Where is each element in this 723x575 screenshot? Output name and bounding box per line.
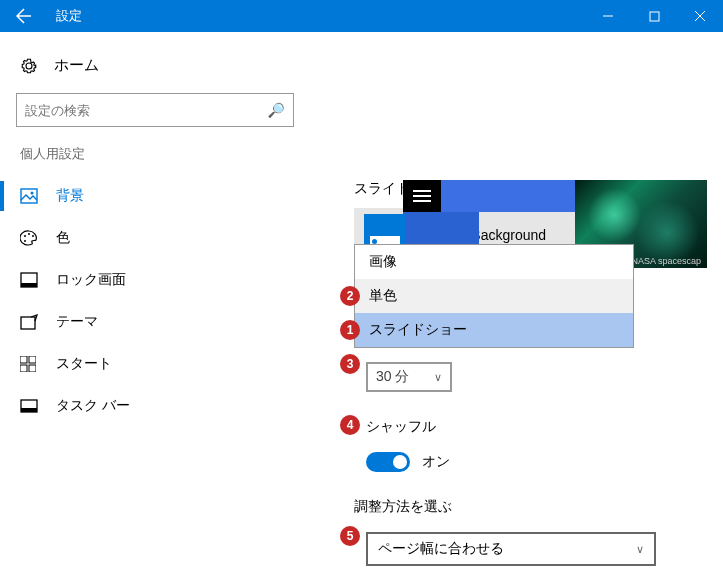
- svg-point-5: [32, 235, 34, 237]
- palette-icon: [20, 230, 38, 246]
- gear-icon: [20, 57, 38, 75]
- interval-value: 30 分: [376, 368, 409, 386]
- interval-select[interactable]: 30 分 ∨: [366, 362, 452, 392]
- dropdown-option-solid[interactable]: 単色: [355, 279, 633, 313]
- nav-label: テーマ: [56, 313, 98, 331]
- titlebar: 設定: [0, 0, 723, 32]
- svg-rect-8: [21, 283, 37, 287]
- svg-rect-15: [21, 408, 37, 412]
- annotation-badge-3: 3: [340, 354, 360, 374]
- window-title: 設定: [48, 7, 82, 25]
- shuffle-toggle[interactable]: [366, 452, 410, 472]
- search-input[interactable]: [25, 103, 268, 118]
- chevron-down-icon: ∨: [636, 543, 644, 556]
- main-panel: NASA spacescap 画像 単色 スライドショー 1 スライドショーのア…: [310, 32, 723, 575]
- sidebar-item-start[interactable]: スタート: [0, 343, 310, 385]
- home-label: ホーム: [54, 56, 99, 75]
- fit-select[interactable]: ページ幅に合わせる ∨: [366, 532, 656, 566]
- nav-label: ロック画面: [56, 271, 126, 289]
- dropdown-option-image[interactable]: 画像: [355, 245, 633, 279]
- sidebar-item-lockscreen[interactable]: ロック画面: [0, 259, 310, 301]
- search-icon: 🔍: [268, 102, 285, 118]
- nav-label: 色: [56, 229, 70, 247]
- shuffle-label: シャッフル: [354, 418, 723, 446]
- nav-label: 背景: [56, 187, 84, 205]
- chevron-down-icon: ∨: [434, 371, 442, 384]
- svg-point-2: [31, 192, 34, 195]
- start-icon: [20, 356, 38, 372]
- maximize-icon: [649, 11, 660, 22]
- close-icon: [694, 10, 706, 22]
- svg-rect-12: [20, 365, 27, 372]
- svg-rect-13: [29, 365, 36, 372]
- maximize-button[interactable]: [631, 0, 677, 32]
- sidebar-item-colors[interactable]: 色: [0, 217, 310, 259]
- fit-label: 調整方法を選ぶ: [354, 498, 723, 526]
- lockscreen-icon: [20, 272, 38, 288]
- annotation-badge-1: 1: [340, 320, 360, 340]
- minimize-icon: [602, 10, 614, 22]
- fit-value: ページ幅に合わせる: [378, 540, 504, 558]
- preview-thumbnail: NASA spacescap: [403, 180, 707, 212]
- theme-icon: [20, 314, 38, 330]
- sidebar-item-themes[interactable]: テーマ: [0, 301, 310, 343]
- back-button[interactable]: [0, 0, 48, 32]
- svg-point-3: [24, 235, 26, 237]
- shuffle-state: オン: [422, 453, 450, 471]
- taskbar-icon: [20, 399, 38, 413]
- svg-rect-0: [650, 12, 659, 21]
- home-link[interactable]: ホーム: [0, 48, 310, 93]
- svg-rect-10: [20, 356, 27, 363]
- preview-credit: NASA spacescap: [631, 256, 701, 266]
- section-label: 個人用設定: [0, 145, 310, 175]
- background-type-dropdown[interactable]: 画像 単色 スライドショー: [354, 244, 634, 348]
- svg-point-4: [28, 233, 30, 235]
- picture-icon: [20, 188, 38, 204]
- sidebar: ホーム 🔍 個人用設定 背景 色 ロック画面 テーマ スタート タ: [0, 32, 310, 575]
- annotation-badge-2: 2: [340, 286, 360, 306]
- preview-start-icon: [403, 180, 441, 212]
- nav-label: スタート: [56, 355, 112, 373]
- nav-label: タスク バー: [56, 397, 130, 415]
- svg-rect-11: [29, 356, 36, 363]
- svg-rect-1: [21, 189, 37, 203]
- close-button[interactable]: [677, 0, 723, 32]
- content-area: ホーム 🔍 個人用設定 背景 色 ロック画面 テーマ スタート タ: [0, 32, 723, 575]
- sidebar-item-background[interactable]: 背景: [0, 175, 310, 217]
- search-box[interactable]: 🔍: [16, 93, 294, 127]
- minimize-button[interactable]: [585, 0, 631, 32]
- svg-rect-9: [21, 317, 35, 329]
- svg-point-6: [24, 240, 26, 242]
- annotation-badge-4: 4: [340, 415, 360, 435]
- dropdown-option-slideshow[interactable]: スライドショー: [355, 313, 633, 347]
- arrow-left-icon: [16, 8, 32, 24]
- annotation-badge-5: 5: [340, 526, 360, 546]
- sidebar-item-taskbar[interactable]: タスク バー: [0, 385, 310, 427]
